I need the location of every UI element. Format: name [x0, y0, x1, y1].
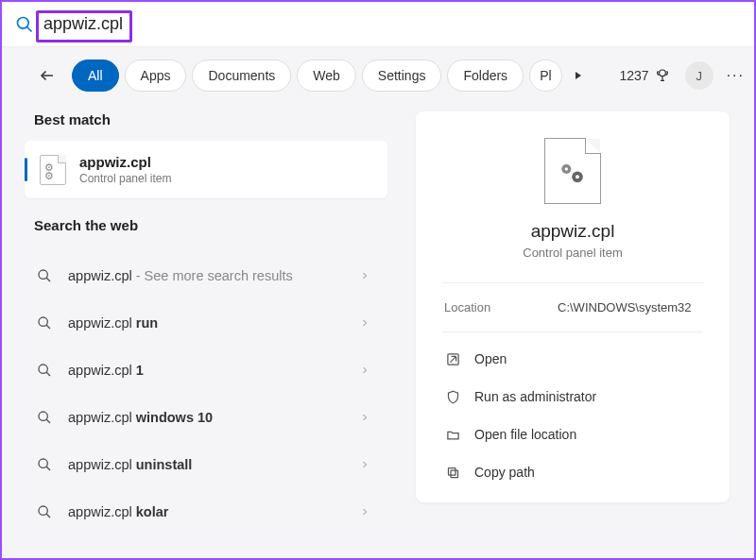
detail-subtitle: Control panel item — [442, 246, 703, 260]
folder-icon — [444, 428, 461, 442]
svg-marker-3 — [576, 72, 581, 79]
best-match-heading: Best match — [25, 104, 387, 141]
detail-column: appwiz.cpl Control panel item Location C… — [399, 104, 754, 560]
open-icon — [444, 352, 461, 366]
best-match-result[interactable]: ⚙⚙ appwiz.cpl Control panel item — [25, 141, 387, 198]
search-icon — [34, 268, 55, 283]
web-result[interactable]: appwiz.cpl uninstall — [25, 441, 387, 488]
web-result[interactable]: appwiz.cpl kolar — [25, 488, 387, 535]
svg-point-0 — [18, 17, 29, 28]
tab-folders[interactable]: Folders — [447, 59, 524, 92]
svg-point-13 — [39, 459, 47, 467]
shield-icon — [444, 390, 461, 404]
web-result[interactable]: appwiz.cpl run — [25, 299, 387, 347]
web-result[interactable]: appwiz.cpl 1 — [25, 347, 387, 394]
action-open-location[interactable]: Open file location — [442, 416, 703, 453]
svg-point-20 — [576, 175, 579, 178]
detail-title: appwiz.cpl — [442, 221, 703, 242]
best-match-title: appwiz.cpl — [79, 154, 171, 170]
chevron-right-icon — [359, 459, 370, 470]
svg-line-8 — [46, 325, 50, 329]
best-match-subtitle: Control panel item — [79, 172, 171, 185]
tab-all[interactable]: All — [72, 59, 119, 92]
chevron-right-icon — [359, 506, 370, 518]
cpl-file-icon: ⚙⚙ — [40, 155, 66, 185]
tab-settings[interactable]: Settings — [362, 59, 442, 92]
search-icon — [34, 363, 55, 378]
more-menu[interactable]: ··· — [723, 67, 748, 84]
actions-list: Open Run as administrator Open file loca… — [442, 331, 703, 491]
back-button[interactable] — [34, 62, 60, 89]
svg-line-6 — [46, 278, 50, 281]
svg-point-5 — [39, 270, 47, 279]
tab-apps[interactable]: Apps — [125, 59, 187, 92]
filter-toolbar: All Apps Documents Web Settings Folders … — [2, 47, 754, 104]
search-icon — [34, 504, 55, 519]
svg-line-14 — [46, 467, 50, 470]
chevron-right-icon — [359, 270, 370, 281]
search-icon — [34, 457, 55, 472]
svg-point-15 — [39, 506, 47, 515]
chevron-right-icon — [359, 365, 370, 376]
cpl-file-icon-large — [544, 138, 601, 204]
trophy-icon — [655, 68, 670, 83]
svg-point-4 — [659, 70, 665, 76]
search-icon — [34, 410, 55, 425]
svg-point-9 — [39, 365, 47, 373]
location-value: C:\WINDOWS\system32 — [558, 300, 692, 314]
action-run-admin[interactable]: Run as administrator — [442, 378, 703, 416]
rewards-points[interactable]: 1237 — [620, 68, 670, 83]
chevron-right-icon — [359, 412, 370, 423]
tab-documents[interactable]: Documents — [192, 59, 291, 92]
svg-point-7 — [39, 317, 47, 326]
chevron-right-icon — [359, 317, 370, 329]
action-copy-path[interactable]: Copy path — [442, 453, 703, 491]
location-label: Location — [444, 300, 558, 314]
location-row: Location C:\WINDOWS\system32 — [442, 282, 703, 331]
svg-point-11 — [39, 412, 47, 420]
svg-point-18 — [565, 167, 568, 170]
detail-card: appwiz.cpl Control panel item Location C… — [416, 111, 730, 502]
tab-web[interactable]: Web — [297, 59, 356, 92]
search-bar — [2, 2, 754, 47]
search-icon — [34, 315, 55, 331]
search-input[interactable] — [43, 14, 743, 34]
tab-overflow[interactable]: Pl — [529, 59, 561, 92]
copy-icon — [444, 466, 461, 480]
tabs-scroll-right[interactable] — [568, 70, 589, 81]
action-open[interactable]: Open — [442, 340, 703, 378]
web-heading: Search the web — [25, 198, 387, 246]
svg-line-16 — [46, 514, 50, 518]
user-avatar[interactable]: J — [685, 61, 713, 90]
svg-line-1 — [27, 26, 32, 31]
results-column: Best match ⚙⚙ appwiz.cpl Control panel i… — [2, 104, 399, 560]
rewards-value: 1237 — [620, 68, 649, 83]
svg-rect-22 — [451, 470, 458, 478]
web-result[interactable]: appwiz.cpl - See more search results — [25, 252, 387, 299]
web-results-list: appwiz.cpl - See more search results app… — [25, 252, 387, 535]
svg-line-12 — [46, 419, 50, 423]
svg-rect-23 — [448, 467, 455, 475]
main-area: Best match ⚙⚙ appwiz.cpl Control panel i… — [2, 104, 754, 560]
web-result[interactable]: appwiz.cpl windows 10 — [25, 394, 387, 441]
search-icon — [15, 15, 34, 34]
svg-line-10 — [46, 372, 50, 376]
